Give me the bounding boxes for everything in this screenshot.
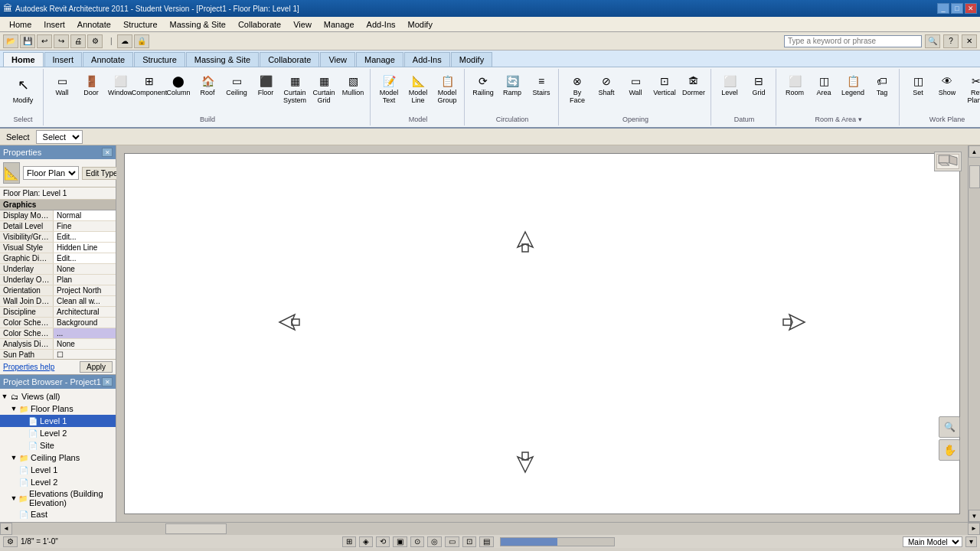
tab-collaborate[interactable]: Collaborate	[260, 52, 319, 67]
elevation-marker-east[interactable]	[782, 313, 806, 333]
edit-type-button[interactable]: Edit Type	[82, 167, 122, 180]
bottom-scrollbar[interactable]: ◄ ►	[0, 522, 980, 534]
tree-item-views-all[interactable]: ▼ 🗂 Views (all)	[0, 390, 116, 403]
elevation-marker-west[interactable]	[278, 313, 302, 333]
tree-item-level1[interactable]: 📄 Level 1	[0, 415, 116, 427]
prop-val-visibility[interactable]: Edit...	[54, 232, 116, 242]
tree-item-level2[interactable]: 📄 Level 2	[0, 427, 116, 439]
tab-view[interactable]: View	[320, 52, 355, 67]
menu-home[interactable]: Home	[3, 18, 38, 31]
properties-apply-button[interactable]: Apply	[80, 361, 113, 373]
prop-val-visual-style[interactable]: Hidden Line	[54, 243, 116, 253]
tree-toggle-views[interactable]: ▼	[0, 392, 9, 401]
prop-val-display-model[interactable]: Normal	[54, 210, 116, 220]
tree-item-elevations[interactable]: ▼ 📁 Elevations (Building Elevation)	[0, 488, 116, 508]
qa-print-button[interactable]: 🖨	[70, 34, 86, 48]
scroll-track-vertical[interactable]	[969, 158, 981, 510]
prop-val-graphic-disp[interactable]: Edit...	[54, 253, 116, 263]
show-button[interactable]: 👁 Show	[933, 70, 961, 99]
tag-button[interactable]: 🏷 Tag	[868, 70, 896, 99]
qa-undo-button[interactable]: ↩	[37, 34, 52, 48]
tab-structure[interactable]: Structure	[134, 52, 185, 67]
menu-manage[interactable]: Manage	[318, 18, 361, 31]
vertical-button[interactable]: ⊡ Vertical	[651, 70, 678, 99]
menu-modify[interactable]: Modify	[402, 18, 439, 31]
qa-redo-button[interactable]: ↪	[54, 34, 69, 48]
window-button[interactable]: ⬜ Window	[106, 70, 134, 99]
tree-item-ceiling-plans[interactable]: ▼ 📁 Ceiling Plans	[0, 452, 116, 464]
roof-button[interactable]: 🏠 Roof	[194, 70, 221, 99]
close-button[interactable]: ✕	[965, 3, 977, 14]
status-options-button[interactable]: ▾	[965, 536, 977, 547]
search-input[interactable]	[784, 35, 922, 47]
legend-button[interactable]: 📋 Legend	[839, 70, 867, 99]
scroll-left-button[interactable]: ◄	[0, 523, 12, 535]
pan-button[interactable]: ✋	[939, 439, 960, 461]
scroll-thumb-vertical[interactable]	[969, 165, 980, 188]
curtain-system-button[interactable]: ▦ Curtain System	[281, 70, 309, 107]
status-tool8[interactable]: ⊡	[462, 536, 476, 547]
ramp-button[interactable]: 🔄 Ramp	[498, 70, 526, 99]
close-panel-button[interactable]: ✕	[962, 34, 977, 48]
menu-insert[interactable]: Insert	[38, 18, 71, 31]
mullion-button[interactable]: ▧ Mullion	[339, 70, 367, 99]
menu-structure[interactable]: Structure	[117, 18, 164, 31]
help-button[interactable]: ?	[943, 34, 959, 48]
grid-button[interactable]: ⊟ Grid	[745, 70, 773, 99]
column-button[interactable]: ⬤ Column	[165, 70, 192, 99]
ceiling-button[interactable]: ▭ Ceiling	[223, 70, 250, 99]
tree-toggle-ceiling-plans[interactable]: ▼	[9, 453, 18, 462]
search-button[interactable]: 🔍	[925, 34, 940, 48]
tab-addins[interactable]: Add-Ins	[404, 52, 450, 67]
status-tool7[interactable]: ▭	[445, 536, 459, 547]
status-tool1[interactable]: ⊞	[342, 536, 356, 547]
prop-val-color-scheme[interactable]: ...	[54, 328, 116, 338]
modify-button[interactable]: ↖ Modify	[6, 70, 40, 107]
tab-annotate[interactable]: Annotate	[83, 52, 133, 67]
by-face-button[interactable]: ⊗ By Face	[564, 70, 591, 107]
door-button[interactable]: 🚪 Door	[77, 70, 105, 99]
tab-modify[interactable]: Modify	[451, 52, 492, 67]
status-tool3[interactable]: ⟲	[376, 536, 390, 547]
tab-insert[interactable]: Insert	[44, 52, 83, 67]
browser-close-button[interactable]: ✕	[102, 377, 113, 386]
minimize-button[interactable]: _	[937, 3, 949, 14]
model-text-button[interactable]: 📝 Model Text	[375, 70, 403, 107]
status-tool5[interactable]: ⊙	[410, 536, 424, 547]
qa-settings-button[interactable]: ⚙	[87, 34, 103, 48]
properties-close-button[interactable]: ✕	[102, 148, 113, 157]
set-button[interactable]: ◫ Set	[904, 70, 932, 99]
tree-item-ceiling-level1[interactable]: 📄 Level 1	[0, 464, 116, 476]
tree-item-floor-plans[interactable]: ▼ 📁 Floor Plans	[0, 403, 116, 415]
status-settings-button[interactable]: ⚙	[3, 536, 18, 547]
status-tool6[interactable]: ◎	[427, 536, 442, 547]
tab-manage[interactable]: Manage	[356, 52, 403, 67]
qa-open-button[interactable]: 📂	[3, 34, 18, 48]
view-cube-button[interactable]	[936, 154, 959, 169]
model-selector[interactable]: Main Model	[903, 536, 962, 547]
railing-button[interactable]: ⟳ Railing	[469, 70, 497, 99]
scroll-track-horizontal[interactable]	[12, 523, 968, 535]
select-dropdown[interactable]: Select	[36, 130, 83, 144]
prop-val-sun-path[interactable]: ☐	[54, 350, 116, 359]
status-tool9[interactable]: ▤	[479, 536, 494, 547]
component-button[interactable]: ⊞ Component	[136, 70, 163, 99]
scroll-thumb-horizontal[interactable]	[165, 523, 227, 534]
qa-save-button[interactable]: 💾	[20, 34, 35, 48]
menu-annotate[interactable]: Annotate	[71, 18, 117, 31]
zoom-button[interactable]: 🔍	[939, 416, 960, 438]
curtain-grid-button[interactable]: ▦ Curtain Grid	[310, 70, 338, 107]
canvas-area[interactable]: 🔍 ✋	[116, 145, 968, 522]
dormer-button[interactable]: 🏚 Dormer	[680, 70, 707, 99]
tree-item-site[interactable]: 📄 Site	[0, 439, 116, 452]
shaft-button[interactable]: ⊘ Shaft	[593, 70, 620, 99]
model-group-button[interactable]: 📋 Model Group	[433, 70, 461, 107]
status-tool4[interactable]: ▣	[393, 536, 407, 547]
view-cube[interactable]	[934, 152, 962, 171]
scroll-down-button[interactable]: ▼	[969, 510, 981, 522]
drawing-area[interactable]	[124, 153, 960, 514]
tree-item-east[interactable]: 📄 East	[0, 508, 116, 520]
properties-help-link[interactable]: Properties help	[3, 363, 54, 371]
prop-type-dropdown[interactable]: Floor Plan	[23, 166, 79, 180]
qa-sync-button[interactable]: ☁	[117, 34, 132, 48]
